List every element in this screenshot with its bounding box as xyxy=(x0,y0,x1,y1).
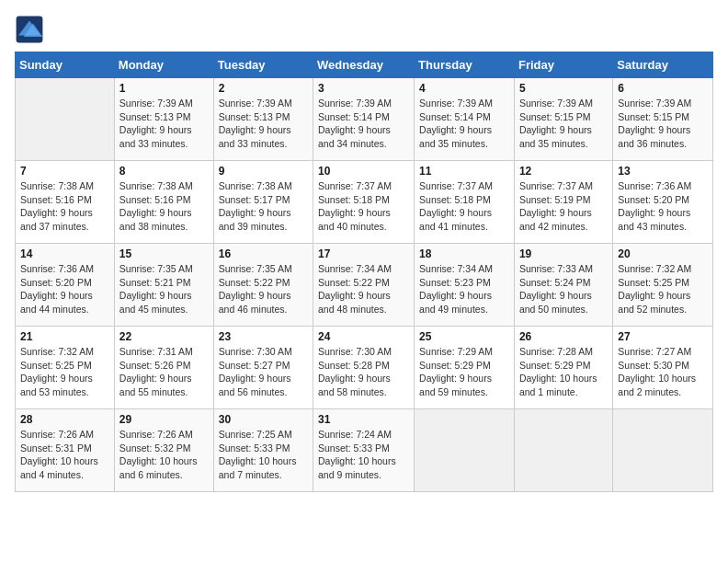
calendar-cell: 30Sunrise: 7:25 AMSunset: 5:33 PMDayligh… xyxy=(213,409,313,492)
page-header xyxy=(15,15,713,44)
calendar-cell: 28Sunrise: 7:26 AMSunset: 5:31 PMDayligh… xyxy=(16,409,115,492)
calendar-cell: 5Sunrise: 7:39 AMSunset: 5:15 PMDaylight… xyxy=(514,78,612,161)
day-info: Sunrise: 7:38 AMSunset: 5:17 PMDaylight:… xyxy=(219,179,308,234)
day-info: Sunrise: 7:33 AMSunset: 5:24 PMDaylight:… xyxy=(519,262,608,316)
day-number: 17 xyxy=(318,247,409,260)
calendar-cell: 19Sunrise: 7:33 AMSunset: 5:24 PMDayligh… xyxy=(514,244,612,327)
calendar-cell: 6Sunrise: 7:39 AMSunset: 5:15 PMDaylight… xyxy=(613,78,713,161)
calendar-cell: 12Sunrise: 7:37 AMSunset: 5:19 PMDayligh… xyxy=(514,161,612,244)
day-number: 16 xyxy=(219,247,308,260)
calendar-cell: 16Sunrise: 7:35 AMSunset: 5:22 PMDayligh… xyxy=(213,244,313,327)
day-info: Sunrise: 7:39 AMSunset: 5:13 PMDaylight:… xyxy=(219,97,308,151)
day-number: 14 xyxy=(20,247,109,260)
day-number: 25 xyxy=(419,330,509,343)
day-number: 23 xyxy=(219,330,308,343)
header-day-monday: Monday xyxy=(114,52,213,78)
day-info: Sunrise: 7:28 AMSunset: 5:29 PMDaylight:… xyxy=(519,345,608,399)
calendar-cell: 14Sunrise: 7:36 AMSunset: 5:20 PMDayligh… xyxy=(16,244,115,327)
calendar-header-row: SundayMondayTuesdayWednesdayThursdayFrid… xyxy=(16,52,713,78)
header-day-saturday: Saturday xyxy=(613,52,713,78)
day-info: Sunrise: 7:37 AMSunset: 5:19 PMDaylight:… xyxy=(519,179,608,234)
calendar-cell: 22Sunrise: 7:31 AMSunset: 5:26 PMDayligh… xyxy=(114,327,213,409)
header-day-sunday: Sunday xyxy=(16,52,115,78)
day-number: 28 xyxy=(20,413,109,426)
day-number: 19 xyxy=(519,247,608,260)
header-day-tuesday: Tuesday xyxy=(213,52,313,78)
day-info: Sunrise: 7:26 AMSunset: 5:32 PMDaylight:… xyxy=(119,428,209,482)
calendar-cell: 17Sunrise: 7:34 AMSunset: 5:22 PMDayligh… xyxy=(313,244,415,327)
day-info: Sunrise: 7:36 AMSunset: 5:20 PMDaylight:… xyxy=(20,262,109,316)
calendar-cell: 9Sunrise: 7:38 AMSunset: 5:17 PMDaylight… xyxy=(213,161,313,244)
header-day-thursday: Thursday xyxy=(415,52,515,78)
day-number: 21 xyxy=(20,330,109,343)
logo xyxy=(15,15,48,44)
calendar-cell xyxy=(16,78,115,161)
week-row-2: 7Sunrise: 7:38 AMSunset: 5:16 PMDaylight… xyxy=(16,161,713,244)
day-info: Sunrise: 7:39 AMSunset: 5:15 PMDaylight:… xyxy=(519,97,608,151)
day-info: Sunrise: 7:26 AMSunset: 5:31 PMDaylight:… xyxy=(20,428,109,482)
day-number: 4 xyxy=(419,82,509,95)
calendar-cell: 25Sunrise: 7:29 AMSunset: 5:29 PMDayligh… xyxy=(415,327,515,409)
day-number: 10 xyxy=(318,165,409,178)
calendar-cell: 1Sunrise: 7:39 AMSunset: 5:13 PMDaylight… xyxy=(114,78,213,161)
calendar-cell: 29Sunrise: 7:26 AMSunset: 5:32 PMDayligh… xyxy=(114,409,213,492)
day-info: Sunrise: 7:34 AMSunset: 5:22 PMDaylight:… xyxy=(318,262,409,316)
day-number: 5 xyxy=(519,82,608,95)
day-info: Sunrise: 7:35 AMSunset: 5:21 PMDaylight:… xyxy=(119,262,209,316)
calendar-cell xyxy=(514,409,612,492)
day-number: 27 xyxy=(618,330,708,343)
day-info: Sunrise: 7:31 AMSunset: 5:26 PMDaylight:… xyxy=(119,345,209,399)
calendar-table: SundayMondayTuesdayWednesdayThursdayFrid… xyxy=(15,52,713,492)
day-info: Sunrise: 7:34 AMSunset: 5:23 PMDaylight:… xyxy=(419,262,509,316)
header-day-wednesday: Wednesday xyxy=(313,52,415,78)
day-number: 20 xyxy=(618,247,708,260)
day-info: Sunrise: 7:32 AMSunset: 5:25 PMDaylight:… xyxy=(618,262,708,316)
calendar-cell: 24Sunrise: 7:30 AMSunset: 5:28 PMDayligh… xyxy=(313,327,415,409)
day-info: Sunrise: 7:38 AMSunset: 5:16 PMDaylight:… xyxy=(20,179,109,234)
calendar-cell: 27Sunrise: 7:27 AMSunset: 5:30 PMDayligh… xyxy=(613,327,713,409)
calendar-cell: 21Sunrise: 7:32 AMSunset: 5:25 PMDayligh… xyxy=(16,327,115,409)
day-info: Sunrise: 7:24 AMSunset: 5:33 PMDaylight:… xyxy=(318,428,409,482)
day-number: 1 xyxy=(119,82,209,95)
day-number: 8 xyxy=(119,165,209,178)
calendar-cell: 20Sunrise: 7:32 AMSunset: 5:25 PMDayligh… xyxy=(613,244,713,327)
week-row-3: 14Sunrise: 7:36 AMSunset: 5:20 PMDayligh… xyxy=(16,244,713,327)
day-number: 3 xyxy=(318,82,409,95)
day-number: 26 xyxy=(519,330,608,343)
day-number: 2 xyxy=(219,82,308,95)
calendar-cell: 10Sunrise: 7:37 AMSunset: 5:18 PMDayligh… xyxy=(313,161,415,244)
day-info: Sunrise: 7:25 AMSunset: 5:33 PMDaylight:… xyxy=(219,428,308,482)
day-info: Sunrise: 7:39 AMSunset: 5:14 PMDaylight:… xyxy=(318,97,409,151)
header-day-friday: Friday xyxy=(514,52,612,78)
week-row-1: 1Sunrise: 7:39 AMSunset: 5:13 PMDaylight… xyxy=(16,78,713,161)
day-number: 22 xyxy=(119,330,209,343)
day-number: 31 xyxy=(318,413,409,426)
calendar-cell: 8Sunrise: 7:38 AMSunset: 5:16 PMDaylight… xyxy=(114,161,213,244)
day-number: 30 xyxy=(219,413,308,426)
week-row-5: 28Sunrise: 7:26 AMSunset: 5:31 PMDayligh… xyxy=(16,409,713,492)
day-number: 15 xyxy=(119,247,209,260)
calendar-cell: 4Sunrise: 7:39 AMSunset: 5:14 PMDaylight… xyxy=(415,78,515,161)
logo-icon xyxy=(15,15,44,44)
calendar-cell: 31Sunrise: 7:24 AMSunset: 5:33 PMDayligh… xyxy=(313,409,415,492)
calendar-cell: 11Sunrise: 7:37 AMSunset: 5:18 PMDayligh… xyxy=(415,161,515,244)
calendar-cell: 26Sunrise: 7:28 AMSunset: 5:29 PMDayligh… xyxy=(514,327,612,409)
calendar-cell: 2Sunrise: 7:39 AMSunset: 5:13 PMDaylight… xyxy=(213,78,313,161)
day-number: 7 xyxy=(20,165,109,178)
calendar-cell xyxy=(415,409,515,492)
day-info: Sunrise: 7:39 AMSunset: 5:14 PMDaylight:… xyxy=(419,97,509,151)
day-info: Sunrise: 7:30 AMSunset: 5:28 PMDaylight:… xyxy=(318,345,409,399)
day-number: 29 xyxy=(119,413,209,426)
day-info: Sunrise: 7:36 AMSunset: 5:20 PMDaylight:… xyxy=(618,179,708,234)
calendar-cell: 15Sunrise: 7:35 AMSunset: 5:21 PMDayligh… xyxy=(114,244,213,327)
day-number: 11 xyxy=(419,165,509,178)
week-row-4: 21Sunrise: 7:32 AMSunset: 5:25 PMDayligh… xyxy=(16,327,713,409)
calendar-cell: 3Sunrise: 7:39 AMSunset: 5:14 PMDaylight… xyxy=(313,78,415,161)
day-info: Sunrise: 7:29 AMSunset: 5:29 PMDaylight:… xyxy=(419,345,509,399)
calendar-cell: 23Sunrise: 7:30 AMSunset: 5:27 PMDayligh… xyxy=(213,327,313,409)
day-info: Sunrise: 7:32 AMSunset: 5:25 PMDaylight:… xyxy=(20,345,109,399)
day-number: 9 xyxy=(219,165,308,178)
day-info: Sunrise: 7:35 AMSunset: 5:22 PMDaylight:… xyxy=(219,262,308,316)
calendar-cell: 18Sunrise: 7:34 AMSunset: 5:23 PMDayligh… xyxy=(415,244,515,327)
day-info: Sunrise: 7:30 AMSunset: 5:27 PMDaylight:… xyxy=(219,345,308,399)
